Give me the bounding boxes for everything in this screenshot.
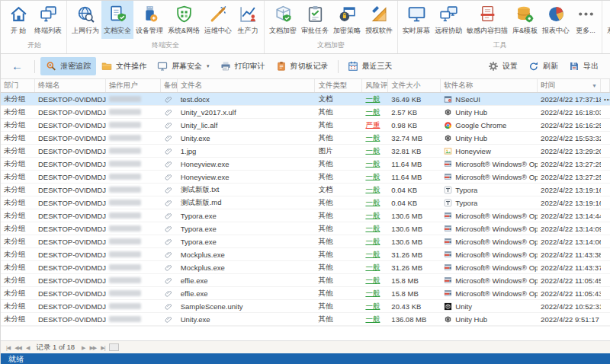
table-row[interactable]: 未分组DESKTOP-0VIDMDJ测试新版.md其他一般0.04 KBTypo… [1, 196, 610, 209]
cell-dept: 未分组 [1, 222, 35, 235]
software-name: Unity [455, 302, 472, 311]
risk-badge[interactable]: 一般 [365, 185, 380, 195]
pager-prev-button[interactable]: ◀ [24, 345, 31, 351]
table-row[interactable]: 未分组DESKTOP-0VIDMDJTypora.exe其他一般130.6 MB… [1, 235, 610, 248]
risk-badge[interactable]: 一般 [365, 250, 380, 260]
column-header-filetype[interactable]: 文件类型 [315, 79, 362, 92]
column-header-risk[interactable]: 风险评级 [362, 79, 388, 92]
ribbon-item-encrypt-policy[interactable]: 加密策略 [331, 1, 363, 39]
risk-badge[interactable]: 一般 [365, 237, 380, 247]
risk-badge[interactable]: 一般 [365, 107, 380, 117]
cell-time: 2022/4/22 13:14:06 [538, 235, 601, 247]
pager-last-button[interactable]: ▶| [98, 345, 107, 351]
print-audit-icon [220, 61, 231, 72]
ribbon-item-sys-network[interactable]: 系统&网络 [165, 1, 202, 39]
ribbon-item-home[interactable]: 开 始 [5, 1, 32, 39]
ribbon-item-label: 文档安全 [104, 26, 131, 36]
table-row[interactable]: 未分组DESKTOP-0VIDMDJ测试新版.txt文档一般0.04 KBTyp… [1, 184, 610, 196]
ribbon-item-ops-center[interactable]: 运维中心 [202, 1, 234, 39]
column-header-size[interactable]: 文件大小 [388, 79, 441, 92]
cell-actions [601, 171, 610, 183]
table-row[interactable]: 未分组DESKTOP-0VIDMDJMockplus.exe其他一般31.26 … [1, 248, 610, 261]
table-row[interactable]: 未分组DESKTOP-0VIDMDJ1.jpg图片一般32.81 KBHoney… [1, 145, 610, 158]
pager-edit-box[interactable] [109, 343, 119, 351]
risk-badge[interactable]: 一般 [365, 302, 380, 311]
column-header-backup[interactable]: 备份 [161, 79, 178, 92]
table-row[interactable]: 未分组DESKTOP-0VIDMDJMockplus.exe其他一般31.26 … [1, 261, 610, 274]
cell-size: 2.57 KB [388, 106, 441, 118]
cell-backup [161, 248, 178, 260]
ribbon-item-doc-security[interactable]: 文档安全 [101, 1, 133, 39]
column-header-software[interactable]: 软件名称 [441, 79, 538, 92]
column-header-terminal[interactable]: 终端名 [35, 79, 106, 92]
ribbon-item-sys-settings[interactable]: 系统设置 [605, 1, 610, 39]
toolbar-button-leak-trace[interactable]: 泄密追踪 [40, 57, 96, 75]
toolbar-button-settings-gear[interactable]: 设置 [483, 57, 523, 75]
risk-badge[interactable]: 一般 [365, 133, 380, 143]
toolbar-button-calendar[interactable]: 最近三天 [342, 57, 398, 75]
risk-badge[interactable]: 一般 [365, 172, 380, 182]
toolbar-button-refresh[interactable]: 刷新 [523, 57, 563, 75]
table-row[interactable]: 未分组DESKTOP-0VIDMDJTypora.exe其他一般130.6 MB… [1, 209, 610, 222]
ribbon-item-content-scan[interactable]: 敏感内容扫描 [464, 1, 510, 39]
risk-badge[interactable]: 一般 [365, 224, 380, 234]
table-row[interactable]: 未分组DESKTOP-0VIDMDJeffie.exe其他一般15.8 MBMi… [1, 287, 610, 300]
toolbar-button-clipboard-record[interactable]: 剪切板记录 [271, 57, 334, 75]
software-name: Microsoft® Windows® Oper... [455, 289, 538, 298]
pager-next-page-button[interactable]: ▶▶ [87, 345, 98, 351]
pager-prev-page-button[interactable]: ◀◀ [12, 345, 24, 351]
toolbar-separator [338, 60, 339, 73]
toolbar-button-file-ops[interactable]: 文件操作 [96, 57, 152, 75]
column-header-time[interactable]: 时间▼ [538, 79, 601, 92]
ribbon-item-live-screen[interactable]: 实时屏幕 [400, 1, 432, 39]
table-row[interactable]: 未分组DESKTOP-0VIDMDJHoneyview.exe其他一般11.64… [1, 158, 610, 171]
risk-badge[interactable]: 一般 [365, 289, 380, 299]
table-row[interactable]: 未分组DESKTOP-0VIDMDJUnity_lic.alf其他严重0.98 … [1, 119, 610, 132]
column-header-user[interactable]: 操作用户 [106, 79, 161, 92]
table-row[interactable]: 未分组DESKTOP-0VIDMDJtest.docx文档一般36.49 KBN… [1, 93, 610, 106]
cell-terminal: DESKTOP-0VIDMDJ [35, 248, 106, 260]
ribbon-item-device-mgmt[interactable]: 设备管理 [133, 1, 165, 39]
cell-filetype: 其他 [315, 300, 362, 312]
ribbon-item-doc-encrypt[interactable]: 文档加密 [267, 1, 299, 39]
risk-badge[interactable]: 一般 [365, 159, 380, 169]
cell-user [106, 106, 161, 118]
column-header-filename[interactable]: 文件名 [178, 79, 316, 92]
ribbon-item-report-center[interactable]: 报表中心 [540, 1, 572, 39]
pager-next-button[interactable]: ▶ [79, 345, 87, 351]
pager-first-button[interactable]: |◀ [4, 345, 12, 351]
risk-badge[interactable]: 一般 [365, 276, 380, 286]
table-row[interactable]: 未分组DESKTOP-0VIDMDJUnity_v2017.x.ulf其他一般2… [1, 106, 610, 119]
table-row[interactable]: 未分组DESKTOP-0VIDMDJeffie.exe其他一般15.8 MBMi… [1, 274, 610, 287]
column-header-dept[interactable]: 部门 [1, 79, 35, 92]
table-row[interactable]: 未分组DESKTOP-0VIDMDJSampleScene.unity其他一般2… [1, 300, 610, 313]
toolbar-button-print-audit[interactable]: 打印审计 [215, 57, 271, 75]
back-button[interactable]: ← [7, 59, 29, 74]
risk-badge[interactable]: 一般 [365, 198, 380, 208]
ribbon-item-productivity[interactable]: 生产力 [234, 1, 262, 39]
ribbon-item-authorized-sw[interactable]: 授权软件 [363, 1, 395, 39]
web-behavior-icon [76, 5, 95, 24]
ribbon-item-terminal-list[interactable]: 终端列表 [32, 1, 64, 39]
risk-badge[interactable]: 一般 [365, 263, 380, 273]
row-actions-button[interactable]: ••• [604, 96, 610, 103]
ribbon-item-approval-task[interactable]: 审批任务 [299, 1, 331, 39]
table-row[interactable]: 未分组DESKTOP-0VIDMDJTypora.exe其他一般130.6 MB… [1, 222, 610, 235]
toolbar-button-screen-security[interactable]: 屏幕安全▾ [152, 57, 215, 75]
ribbon-item-remote-assist[interactable]: 远程协助 [432, 1, 464, 39]
toolbar-button-export[interactable]: 导出 [563, 57, 604, 75]
risk-badge[interactable]: 一般 [365, 94, 380, 104]
ribbon-item-web-behavior[interactable]: 上网行为 [69, 1, 101, 39]
risk-badge[interactable]: 一般 [365, 315, 380, 324]
table-row[interactable]: 未分组DESKTOP-0VIDMDJUnity.exe其他一般136.08 MB… [1, 313, 610, 326]
risk-badge[interactable]: 严重 [365, 120, 380, 130]
table-row[interactable]: 未分组DESKTOP-0VIDMDJUnity.exe其他一般32.74 MBU… [1, 132, 610, 145]
ribbon-item-more[interactable]: 更多... [572, 1, 599, 39]
filter-dropdown-icon[interactable]: ▼ [592, 83, 597, 88]
ribbon-item-library-template[interactable]: 库&模板 [510, 1, 540, 39]
paperclip-icon [165, 160, 173, 168]
risk-badge[interactable]: 一般 [365, 146, 380, 156]
risk-badge[interactable]: 一般 [365, 211, 380, 221]
column-header-actions[interactable] [601, 79, 610, 92]
table-row[interactable]: 未分组DESKTOP-0VIDMDJHoneyview.exe其他一般11.64… [1, 171, 610, 184]
